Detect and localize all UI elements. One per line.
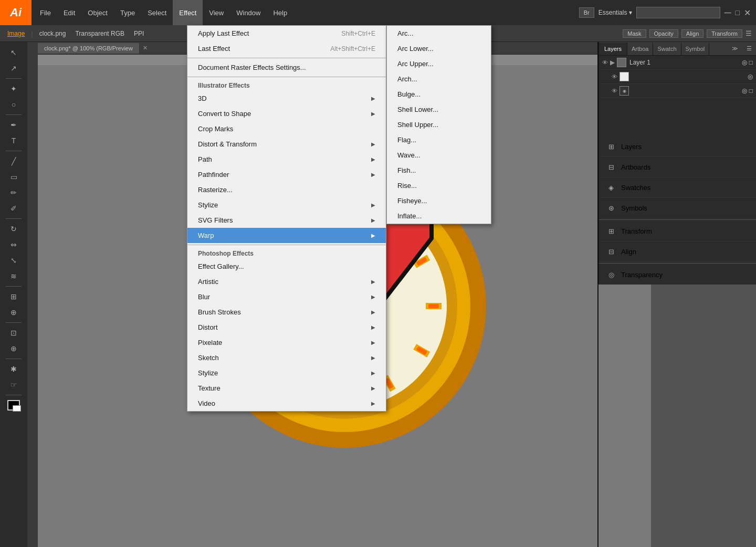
crop-marks-item[interactable]: Crop Marks <box>187 121 386 136</box>
shape-tool[interactable]: ▭ <box>6 170 22 184</box>
convert-to-shape-item[interactable]: Convert to Shape ▶ <box>187 106 386 121</box>
direct-select-tool[interactable]: ↗ <box>6 61 22 76</box>
maximize-button[interactable]: □ <box>736 8 740 17</box>
line-tool[interactable]: ╱ <box>6 154 22 169</box>
warp-arc-upper-item[interactable]: Arc Upper... <box>387 56 491 71</box>
artboa-tab[interactable]: Artboa <box>627 43 653 55</box>
hand-tool[interactable]: ☞ <box>6 377 22 392</box>
layers-nav-item[interactable]: ⊞ Layers <box>599 136 756 157</box>
transparency-nav-item[interactable]: ◎ Transparency <box>599 265 756 285</box>
graph-tool[interactable]: ⊞ <box>6 289 22 304</box>
type-tool[interactable]: T <box>6 133 22 148</box>
warp-arc-lower-item[interactable]: Arc Lower... <box>387 41 491 56</box>
artistic-item[interactable]: Artistic ▶ <box>187 274 386 289</box>
layer-row-2[interactable]: 👁 ◎ <box>599 70 756 84</box>
align-button[interactable]: Align <box>681 29 704 38</box>
rasterize-item[interactable]: Rasterize... <box>187 182 386 197</box>
menu-edit[interactable]: Edit <box>57 0 81 25</box>
warp-item[interactable]: Warp ▶ <box>187 228 386 243</box>
texture-item[interactable]: Texture ▶ <box>187 381 386 396</box>
layer-row-3[interactable]: 👁 ◉ ◎ □ <box>599 84 756 98</box>
bridge-button[interactable]: Br <box>579 7 594 18</box>
symbol-tool[interactable]: ⊕ <box>6 305 22 320</box>
warp-tool[interactable]: ≋ <box>6 269 22 283</box>
effect-gallery-item[interactable]: Effect Gallery... <box>187 259 386 274</box>
symbol-tab[interactable]: Symbol <box>681 43 710 55</box>
layer-circle-3[interactable]: ◎ <box>742 87 747 94</box>
paintbrush-tool[interactable]: ✏ <box>6 185 22 200</box>
swatches-nav-item[interactable]: ◈ Swatches <box>599 177 756 198</box>
pencil-tool[interactable]: ✐ <box>6 201 22 216</box>
layer-row-1[interactable]: 👁 ▶ Layer 1 ◎ □ <box>599 56 756 70</box>
menu-file[interactable]: File <box>34 0 57 25</box>
last-effect-item[interactable]: Last Effect Alt+Shift+Ctrl+E <box>187 41 386 56</box>
pathfinder-item[interactable]: Pathfinder ▶ <box>187 167 386 182</box>
distort-transform-item[interactable]: Distort & Transform ▶ <box>187 136 386 152</box>
warp-shell-lower-item[interactable]: Shell Lower... <box>387 102 491 117</box>
eye-icon-3[interactable]: 👁 <box>612 88 617 94</box>
eye-icon-2[interactable]: 👁 <box>612 73 617 80</box>
reflect-tool[interactable]: ⇔ <box>6 237 22 252</box>
layer-lock-3[interactable]: □ <box>749 87 753 94</box>
select-tool[interactable]: ↖ <box>6 45 22 60</box>
warp-flag-item[interactable]: Flag... <box>387 132 491 148</box>
image-tab[interactable]: Image <box>4 29 28 38</box>
menu-effect[interactable]: Effect <box>173 0 203 25</box>
menu-help[interactable]: Help <box>267 0 293 25</box>
canvas-tab[interactable]: clock.png* @ 100% (RGB/Preview <box>38 43 140 54</box>
rotate-tool[interactable]: ↻ <box>6 222 22 236</box>
stylize-illus-item[interactable]: Stylize ▶ <box>187 197 386 213</box>
warp-fish-item[interactable]: Fish... <box>387 163 491 178</box>
close-button[interactable]: ✕ <box>744 8 751 18</box>
mask-button[interactable]: Mask <box>623 29 646 38</box>
opacity-button[interactable]: Opacity <box>649 29 678 38</box>
apply-last-effect-item[interactable]: Apply Last Effect Shift+Ctrl+E <box>187 26 386 41</box>
path-item[interactable]: Path ▶ <box>187 152 386 167</box>
layer-lock-1[interactable]: □ <box>749 59 753 66</box>
stylize-ps-item[interactable]: Stylize ▶ <box>187 365 386 381</box>
magic-wand-tool[interactable]: ✦ <box>6 81 22 96</box>
sketch-item[interactable]: Sketch ▶ <box>187 350 386 365</box>
menu-view[interactable]: View <box>203 0 230 25</box>
close-tab-icon[interactable]: ✕ <box>140 45 151 51</box>
panel-menu[interactable]: ☰ <box>742 42 756 55</box>
menu-object[interactable]: Object <box>81 0 114 25</box>
symbols-nav-item[interactable]: ⊛ Symbols <box>599 198 756 218</box>
minimize-button[interactable]: ─ <box>724 7 731 18</box>
workspace-selector[interactable]: Essentials ▾ <box>598 9 632 16</box>
panel-overflow[interactable]: ≫ <box>728 42 742 55</box>
menu-select[interactable]: Select <box>141 0 173 25</box>
warp-arch-item[interactable]: Arch... <box>387 71 491 87</box>
lasso-tool[interactable]: ○ <box>6 97 22 112</box>
scale-tool[interactable]: ⤡ <box>6 253 22 268</box>
stroke-color[interactable] <box>13 405 21 412</box>
svg-filters-item[interactable]: SVG Filters ▶ <box>187 213 386 228</box>
menu-type[interactable]: Type <box>114 0 141 25</box>
menu-window[interactable]: Window <box>230 0 267 25</box>
blur-item[interactable]: Blur ▶ <box>187 289 386 304</box>
warp-wave-item[interactable]: Wave... <box>387 148 491 163</box>
pen-tool[interactable]: ✒ <box>6 118 22 132</box>
artboards-nav-item[interactable]: ⊟ Artboards <box>599 157 756 177</box>
document-raster-item[interactable]: Document Raster Effects Settings... <box>187 60 386 75</box>
distort-item[interactable]: Distort ▶ <box>187 320 386 335</box>
layers-tab[interactable]: Layers <box>599 43 627 55</box>
transform-button[interactable]: Transform <box>707 29 742 38</box>
warp-shell-upper-item[interactable]: Shell Upper... <box>387 117 491 132</box>
warp-fisheye-item[interactable]: Fisheye... <box>387 193 491 208</box>
video-item[interactable]: Video ▶ <box>187 396 386 411</box>
transform-nav-item[interactable]: ⊞ Transform <box>599 221 756 241</box>
search-input[interactable] <box>636 7 720 18</box>
swatch-tab[interactable]: Swatch <box>653 43 681 55</box>
layer-circle-2[interactable]: ◎ <box>748 73 753 80</box>
zoom-tool[interactable]: ⊕ <box>6 341 22 356</box>
align-nav-item[interactable]: ⊟ Align <box>599 241 756 262</box>
eyedropper-tool[interactable]: ✱ <box>6 362 22 376</box>
layer-circle-1[interactable]: ◎ <box>742 59 747 66</box>
warp-bulge-item[interactable]: Bulge... <box>387 87 491 102</box>
effect-3d-item[interactable]: 3D ▶ <box>187 91 386 106</box>
fill-color[interactable] <box>7 400 20 411</box>
eye-icon-1[interactable]: 👁 <box>602 59 608 66</box>
pixelate-item[interactable]: Pixelate ▶ <box>187 335 386 350</box>
brush-strokes-item[interactable]: Brush Strokes ▶ <box>187 304 386 320</box>
